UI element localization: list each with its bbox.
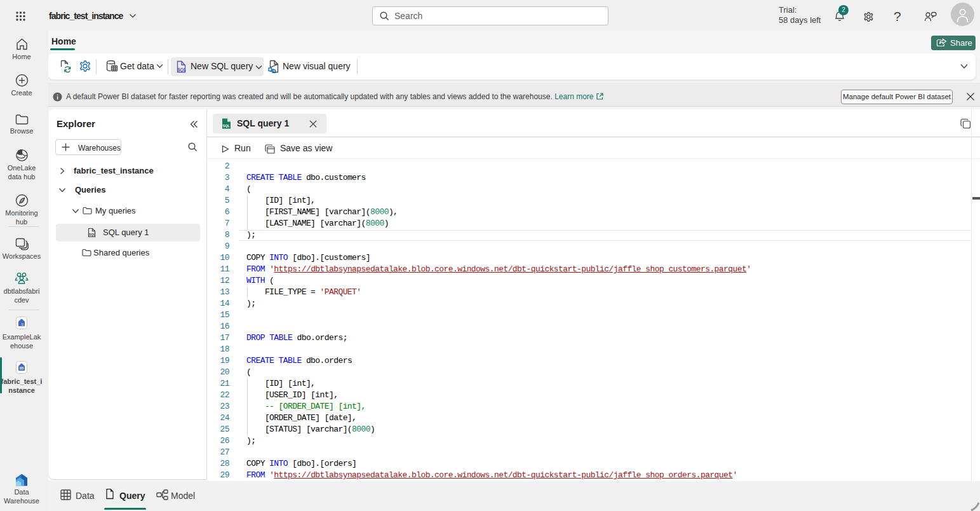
svg-text:SQL: SQL <box>178 67 186 72</box>
svg-text:SQL: SQL <box>223 124 231 128</box>
svg-text:SQL: SQL <box>89 233 95 236</box>
